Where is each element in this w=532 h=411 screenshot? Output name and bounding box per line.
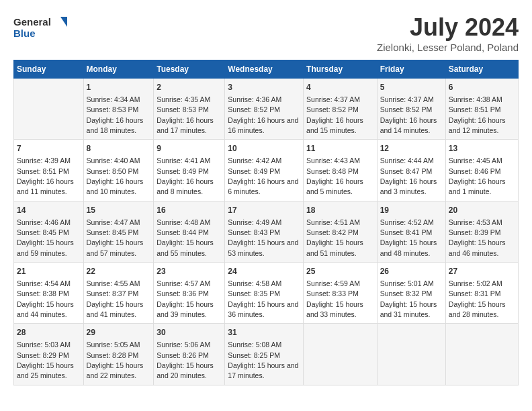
day-number: 13 xyxy=(449,143,515,154)
calendar-cell: 30 Sunrise: 5:06 AMSunset: 8:26 PMDaylig… xyxy=(154,324,225,385)
day-info: Sunrise: 4:59 AMSunset: 8:33 PMDaylight:… xyxy=(306,279,363,318)
calendar-cell: 14 Sunrise: 4:46 AMSunset: 8:45 PMDaylig… xyxy=(14,201,84,262)
title-section: July 2024 Zielonki, Lesser Poland, Polan… xyxy=(377,13,519,53)
day-info: Sunrise: 5:06 AMSunset: 8:26 PMDaylight:… xyxy=(157,340,214,379)
day-info: Sunrise: 4:52 AMSunset: 8:41 PMDaylight:… xyxy=(380,218,437,257)
day-number: 23 xyxy=(157,266,222,277)
calendar-cell: 4 Sunrise: 4:37 AMSunset: 8:52 PMDayligh… xyxy=(304,79,378,140)
day-info: Sunrise: 4:37 AMSunset: 8:52 PMDaylight:… xyxy=(306,95,363,134)
day-info: Sunrise: 4:37 AMSunset: 8:52 PMDaylight:… xyxy=(380,95,437,134)
day-number: 28 xyxy=(17,327,81,338)
day-number: 24 xyxy=(228,266,300,277)
day-info: Sunrise: 4:49 AMSunset: 8:43 PMDaylight:… xyxy=(228,218,298,257)
day-number: 20 xyxy=(449,205,515,216)
calendar-cell: 19 Sunrise: 4:52 AMSunset: 8:41 PMDaylig… xyxy=(377,201,445,262)
day-number: 15 xyxy=(87,205,151,216)
calendar-cell: 3 Sunrise: 4:36 AMSunset: 8:52 PMDayligh… xyxy=(225,79,304,140)
day-info: Sunrise: 5:08 AMSunset: 8:25 PMDaylight:… xyxy=(228,340,298,379)
calendar-cell: 11 Sunrise: 4:43 AMSunset: 8:48 PMDaylig… xyxy=(304,140,378,201)
day-info: Sunrise: 4:55 AMSunset: 8:37 PMDaylight:… xyxy=(87,279,144,318)
day-number: 3 xyxy=(228,82,300,93)
logo: General Blue xyxy=(13,13,67,44)
svg-marker-2 xyxy=(60,17,67,27)
day-info: Sunrise: 4:40 AMSunset: 8:50 PMDaylight:… xyxy=(87,156,144,195)
calendar-cell: 2 Sunrise: 4:35 AMSunset: 8:53 PMDayligh… xyxy=(154,79,225,140)
day-info: Sunrise: 4:38 AMSunset: 8:51 PMDaylight:… xyxy=(449,95,506,134)
day-number: 4 xyxy=(306,82,374,93)
svg-text:General: General xyxy=(13,16,51,28)
day-info: Sunrise: 4:45 AMSunset: 8:46 PMDaylight:… xyxy=(449,156,506,195)
calendar-cell: 27 Sunrise: 5:02 AMSunset: 8:31 PMDaylig… xyxy=(445,263,518,324)
day-info: Sunrise: 4:44 AMSunset: 8:47 PMDaylight:… xyxy=(380,156,437,195)
calendar-cell: 5 Sunrise: 4:37 AMSunset: 8:52 PMDayligh… xyxy=(377,79,445,140)
day-number: 18 xyxy=(306,205,374,216)
weekday-header: Friday xyxy=(377,60,445,79)
calendar-cell: 6 Sunrise: 4:38 AMSunset: 8:51 PMDayligh… xyxy=(445,79,518,140)
calendar-week-row: 21 Sunrise: 4:54 AMSunset: 8:38 PMDaylig… xyxy=(14,263,519,324)
calendar-cell: 24 Sunrise: 4:58 AMSunset: 8:35 PMDaylig… xyxy=(225,263,304,324)
day-number: 19 xyxy=(380,205,443,216)
calendar-cell: 17 Sunrise: 4:49 AMSunset: 8:43 PMDaylig… xyxy=(225,201,304,262)
day-number: 6 xyxy=(449,82,515,93)
day-number: 29 xyxy=(87,327,151,338)
day-info: Sunrise: 4:47 AMSunset: 8:45 PMDaylight:… xyxy=(87,218,144,257)
calendar-week-row: 1 Sunrise: 4:34 AMSunset: 8:53 PMDayligh… xyxy=(14,79,519,140)
calendar-cell: 22 Sunrise: 4:55 AMSunset: 8:37 PMDaylig… xyxy=(83,263,154,324)
svg-text:Blue: Blue xyxy=(13,28,36,39)
calendar-week-row: 7 Sunrise: 4:39 AMSunset: 8:51 PMDayligh… xyxy=(14,140,519,201)
day-number: 26 xyxy=(380,266,443,277)
day-info: Sunrise: 4:46 AMSunset: 8:45 PMDaylight:… xyxy=(17,218,74,257)
day-number: 9 xyxy=(157,143,222,154)
calendar-cell xyxy=(377,324,445,385)
calendar-body: 1 Sunrise: 4:34 AMSunset: 8:53 PMDayligh… xyxy=(14,79,519,385)
day-info: Sunrise: 4:53 AMSunset: 8:39 PMDaylight:… xyxy=(449,218,506,257)
day-info: Sunrise: 5:05 AMSunset: 8:28 PMDaylight:… xyxy=(87,340,144,379)
day-number: 5 xyxy=(380,82,443,93)
calendar-cell xyxy=(14,79,84,140)
calendar-cell: 10 Sunrise: 4:42 AMSunset: 8:49 PMDaylig… xyxy=(225,140,304,201)
day-number: 21 xyxy=(17,266,81,277)
calendar-table: SundayMondayTuesdayWednesdayThursdayFrid… xyxy=(13,60,519,385)
day-number: 11 xyxy=(306,143,374,154)
day-info: Sunrise: 4:35 AMSunset: 8:53 PMDaylight:… xyxy=(157,95,214,134)
day-number: 25 xyxy=(306,266,374,277)
day-info: Sunrise: 5:01 AMSunset: 8:32 PMDaylight:… xyxy=(380,279,437,318)
day-info: Sunrise: 4:43 AMSunset: 8:48 PMDaylight:… xyxy=(306,156,363,195)
day-info: Sunrise: 4:48 AMSunset: 8:44 PMDaylight:… xyxy=(157,218,214,257)
day-info: Sunrise: 4:51 AMSunset: 8:42 PMDaylight:… xyxy=(306,218,363,257)
day-info: Sunrise: 5:03 AMSunset: 8:29 PMDaylight:… xyxy=(17,340,74,379)
calendar-cell: 9 Sunrise: 4:41 AMSunset: 8:49 PMDayligh… xyxy=(154,140,225,201)
calendar-cell: 1 Sunrise: 4:34 AMSunset: 8:53 PMDayligh… xyxy=(83,79,154,140)
day-number: 30 xyxy=(157,327,222,338)
calendar-cell: 7 Sunrise: 4:39 AMSunset: 8:51 PMDayligh… xyxy=(14,140,84,201)
calendar-cell: 8 Sunrise: 4:40 AMSunset: 8:50 PMDayligh… xyxy=(83,140,154,201)
day-info: Sunrise: 4:41 AMSunset: 8:49 PMDaylight:… xyxy=(157,156,214,195)
calendar-cell: 18 Sunrise: 4:51 AMSunset: 8:42 PMDaylig… xyxy=(304,201,378,262)
weekday-header: Thursday xyxy=(304,60,378,79)
weekday-header: Sunday xyxy=(14,60,84,79)
calendar-cell: 13 Sunrise: 4:45 AMSunset: 8:46 PMDaylig… xyxy=(445,140,518,201)
weekday-header: Saturday xyxy=(445,60,518,79)
day-info: Sunrise: 4:36 AMSunset: 8:52 PMDaylight:… xyxy=(228,95,298,134)
calendar-cell: 31 Sunrise: 5:08 AMSunset: 8:25 PMDaylig… xyxy=(225,324,304,385)
calendar-cell xyxy=(304,324,378,385)
calendar-cell: 15 Sunrise: 4:47 AMSunset: 8:45 PMDaylig… xyxy=(83,201,154,262)
main-title: July 2024 xyxy=(377,13,519,42)
weekday-header: Wednesday xyxy=(225,60,304,79)
day-number: 10 xyxy=(228,143,300,154)
day-number: 8 xyxy=(87,143,151,154)
calendar-cell: 21 Sunrise: 4:54 AMSunset: 8:38 PMDaylig… xyxy=(14,263,84,324)
subtitle: Zielonki, Lesser Poland, Poland xyxy=(377,42,519,53)
day-info: Sunrise: 4:39 AMSunset: 8:51 PMDaylight:… xyxy=(17,156,74,195)
calendar-cell: 12 Sunrise: 4:44 AMSunset: 8:47 PMDaylig… xyxy=(377,140,445,201)
day-number: 27 xyxy=(449,266,515,277)
day-number: 22 xyxy=(87,266,151,277)
weekday-header: Monday xyxy=(83,60,154,79)
weekday-row: SundayMondayTuesdayWednesdayThursdayFrid… xyxy=(14,60,519,79)
day-info: Sunrise: 5:02 AMSunset: 8:31 PMDaylight:… xyxy=(449,279,506,318)
day-number: 1 xyxy=(87,82,151,93)
calendar-cell: 29 Sunrise: 5:05 AMSunset: 8:28 PMDaylig… xyxy=(83,324,154,385)
day-number: 7 xyxy=(17,143,81,154)
day-number: 16 xyxy=(157,205,222,216)
day-info: Sunrise: 4:58 AMSunset: 8:35 PMDaylight:… xyxy=(228,279,298,318)
